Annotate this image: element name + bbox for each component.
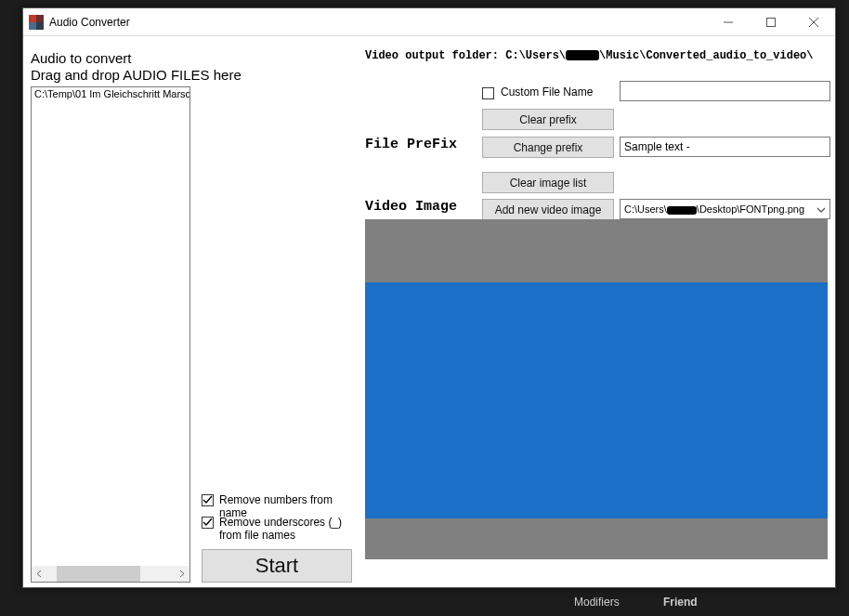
remove-underscores-row[interactable]: Remove underscores (_) from file names: [202, 516, 359, 542]
file-prefix-label: File PreFix: [365, 137, 457, 152]
remove-numbers-checkbox[interactable]: [202, 494, 214, 506]
audio-to-convert-label: Audio to convert: [31, 50, 131, 66]
remove-underscores-checkbox[interactable]: [202, 517, 214, 529]
list-item[interactable]: C:\Temp\01 Im Gleichschritt Marsch: [32, 87, 189, 100]
image-preview-content: [365, 282, 828, 518]
scroll-thumb[interactable]: [57, 566, 140, 582]
drag-drop-label: Drag and drop AUDIO FILES here: [31, 67, 242, 83]
minimize-button[interactable]: [707, 8, 750, 36]
custom-filename-checkbox[interactable]: [482, 87, 494, 99]
client-area: Audio to convert Drag and drop AUDIO FIL…: [23, 36, 835, 587]
redacted-username-2: [667, 206, 697, 215]
scroll-right-button[interactable]: [174, 566, 189, 582]
add-video-image-button[interactable]: Add new video image: [482, 199, 614, 220]
video-image-combobox[interactable]: C:\Users\\Desktop\FONTpng.png: [620, 199, 830, 219]
remove-underscores-label: Remove underscores (_) from file names: [219, 516, 359, 542]
svg-rect-1: [36, 15, 44, 22]
close-button[interactable]: [792, 8, 835, 36]
change-prefix-button[interactable]: Change prefix: [482, 137, 614, 158]
video-image-label: Video Image: [365, 199, 457, 215]
prefix-input[interactable]: [620, 137, 830, 157]
custom-filename-input[interactable]: [620, 81, 830, 101]
clear-prefix-button[interactable]: Clear prefix: [482, 109, 614, 130]
redacted-username: [566, 50, 599, 60]
chevron-down-icon[interactable]: [816, 204, 826, 217]
custom-filename-label: Custom File Name: [501, 85, 593, 98]
horizontal-scrollbar[interactable]: [32, 566, 189, 582]
scroll-left-button[interactable]: [32, 566, 47, 582]
window-title: Audio Converter: [49, 16, 130, 29]
maximize-button[interactable]: [750, 8, 792, 36]
svg-rect-3: [36, 22, 44, 30]
clear-image-list-button[interactable]: Clear image list: [482, 172, 614, 193]
output-path-label: Video output folder: C:\Users\\Music\Con…: [365, 49, 813, 62]
titlebar[interactable]: Audio Converter: [23, 8, 835, 36]
bg-modifiers-label: Modifiers: [574, 596, 620, 609]
svg-rect-0: [29, 15, 36, 22]
start-button[interactable]: Start: [202, 549, 352, 583]
scroll-track[interactable]: [47, 566, 174, 582]
image-preview: [365, 219, 828, 559]
app-icon: [29, 15, 44, 30]
svg-rect-5: [767, 18, 776, 26]
app-window: Audio Converter Audio to convert Drag an…: [22, 7, 836, 588]
bg-friend-label: Friend: [663, 596, 698, 609]
svg-rect-2: [29, 22, 36, 30]
audio-file-list[interactable]: C:\Temp\01 Im Gleichschritt Marsch: [31, 86, 190, 583]
